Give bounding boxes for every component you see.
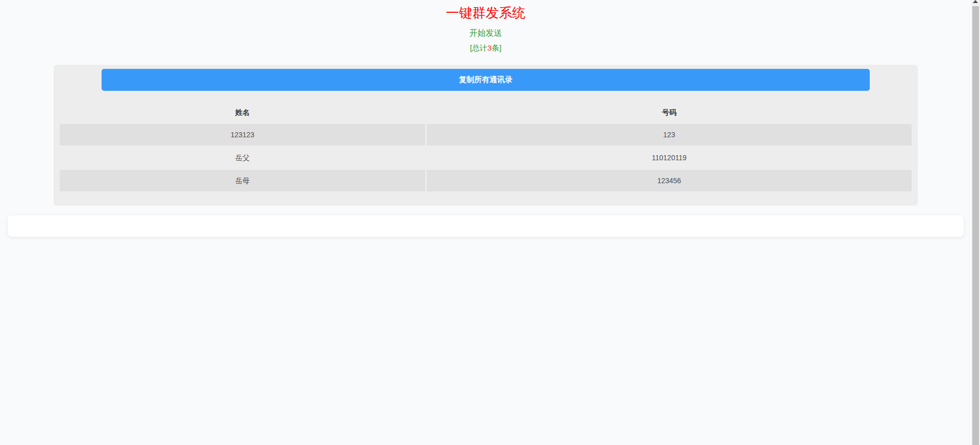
number-cell: 123456 <box>427 170 912 191</box>
total-count-line: [总计3条] <box>0 43 971 53</box>
table-body: 123123 123 岳父 110120119 岳母 123456 <box>60 124 912 191</box>
copy-all-contacts-button[interactable]: 复制所有通讯录 <box>102 69 870 91</box>
name-cell: 岳母 <box>60 170 425 191</box>
table-row: 岳母 123456 <box>60 170 912 191</box>
column-header-number: 号码 <box>427 105 912 119</box>
table-row: 岳父 110120119 <box>60 147 912 168</box>
page-title: 一键群发系统 <box>0 4 971 21</box>
scrollbar-up-arrow-icon[interactable] <box>973 0 978 3</box>
table-row: 123123 123 <box>60 124 912 145</box>
table-header-row: 姓名 号码 <box>60 105 912 119</box>
total-suffix: 条] <box>492 43 501 52</box>
scrollbar-thumb[interactable] <box>972 6 979 445</box>
vertical-scrollbar[interactable] <box>971 0 980 445</box>
contacts-panel: 复制所有通讯录 姓名 号码 123123 123 岳父 110120119 岳母… <box>54 65 918 206</box>
number-cell: 123 <box>427 124 912 145</box>
number-cell: 110120119 <box>427 147 912 168</box>
total-count: 3 <box>487 43 492 52</box>
start-send-link[interactable]: 开始发送 <box>0 28 971 38</box>
page: 一键群发系统 开始发送 [总计3条] 复制所有通讯录 姓名 号码 123123 … <box>0 0 971 445</box>
column-header-name: 姓名 <box>60 105 425 119</box>
name-cell: 岳父 <box>60 147 425 168</box>
name-cell: 123123 <box>60 124 425 145</box>
bottom-panel <box>8 215 964 237</box>
total-prefix: [总计 <box>470 43 487 52</box>
